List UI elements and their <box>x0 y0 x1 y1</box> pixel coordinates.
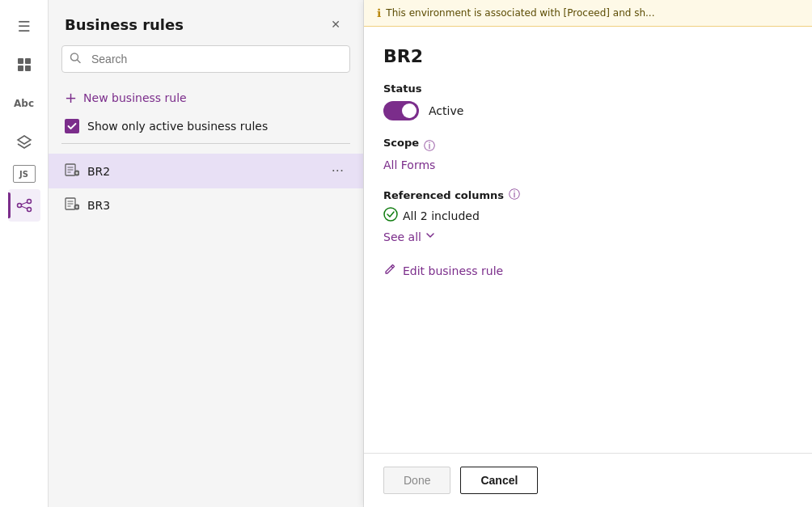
svg-line-7 <box>21 202 27 205</box>
svg-point-6 <box>27 208 31 212</box>
svg-rect-0 <box>18 58 23 64</box>
toggle-knob <box>402 104 417 118</box>
scope-label: Scope <box>383 137 419 149</box>
info-banner: ℹ This environment is associated with [P… <box>364 0 812 27</box>
rule-item-br2[interactable]: BR2 ··· <box>49 154 363 188</box>
search-input[interactable] <box>61 45 350 73</box>
svg-line-10 <box>78 60 81 63</box>
detail-content: BR2 Status Active Scope ⓘ All Forms Refe… <box>364 27 812 453</box>
ref-cols-header: Referenced columns ⓘ <box>383 188 793 202</box>
divider <box>61 143 350 144</box>
status-label: Status <box>383 82 793 95</box>
panel-header: Business rules ✕ <box>49 0 363 45</box>
new-rule-label: New business rule <box>83 91 187 104</box>
dashboard-icon[interactable] <box>8 49 40 81</box>
search-icon <box>70 53 81 66</box>
see-all-button[interactable]: See all <box>383 230 793 243</box>
rules-list: BR2 ··· BR3 <box>49 150 363 226</box>
check-circle-icon <box>383 207 398 225</box>
scope-value: All Forms <box>383 158 793 171</box>
svg-rect-1 <box>25 58 31 64</box>
ref-cols-info-icon[interactable]: ⓘ <box>509 188 520 202</box>
show-active-checkbox[interactable] <box>65 119 79 133</box>
svg-rect-2 <box>18 65 23 71</box>
svg-rect-3 <box>25 65 31 71</box>
detail-footer: Done Cancel <box>364 453 812 507</box>
toggle-row: Active <box>383 101 793 120</box>
hamburger-menu-icon[interactable]: ☰ <box>8 10 40 42</box>
status-value: Active <box>429 104 463 117</box>
rule-name-br2: BR2 <box>87 165 320 178</box>
new-business-rule-button[interactable]: + New business rule <box>49 82 363 112</box>
rule-item-br3[interactable]: BR3 <box>49 188 363 222</box>
info-banner-icon: ℹ <box>377 6 381 19</box>
icon-bar: ☰ Abc JS <box>0 0 49 507</box>
detail-title: BR2 <box>383 46 793 66</box>
text-field-icon[interactable]: Abc <box>8 87 40 120</box>
connections-icon[interactable] <box>8 189 40 222</box>
svg-point-25 <box>384 208 397 221</box>
chevron-down-icon <box>425 230 436 243</box>
info-banner-text: This environment is associated with [Pro… <box>386 7 654 19</box>
detail-panel: ℹ This environment is associated with [P… <box>364 0 812 507</box>
done-button[interactable]: Done <box>383 467 450 494</box>
scope-label-row: Scope ⓘ <box>383 137 793 155</box>
status-toggle[interactable] <box>383 101 419 120</box>
plus-icon: + <box>65 89 77 106</box>
ref-cols-label: Referenced columns <box>383 189 504 201</box>
svg-point-5 <box>27 200 31 204</box>
javascript-icon[interactable]: JS <box>13 165 36 183</box>
svg-point-4 <box>17 204 21 208</box>
svg-line-8 <box>21 206 27 209</box>
cancel-button[interactable]: Cancel <box>460 467 538 494</box>
status-section: Status Active <box>383 82 793 120</box>
edit-rule-label: Edit business rule <box>403 264 503 277</box>
ref-included-row: All 2 included <box>383 207 793 225</box>
layers-icon[interactable] <box>8 126 40 158</box>
show-active-filter-row[interactable]: Show only active business rules <box>49 112 363 143</box>
scope-info-icon[interactable]: ⓘ <box>424 139 435 154</box>
rule-icon-br3 <box>65 196 79 214</box>
show-active-label: Show only active business rules <box>87 120 268 133</box>
edit-icon <box>383 263 396 279</box>
referenced-columns-section: Referenced columns ⓘ All 2 included See … <box>383 188 793 243</box>
see-all-label: See all <box>383 230 421 243</box>
rule-more-br2[interactable]: ··· <box>328 162 347 180</box>
search-container <box>61 45 350 73</box>
svg-line-26 <box>391 266 394 268</box>
rule-icon-br2 <box>65 163 79 180</box>
scope-section: Scope ⓘ All Forms <box>383 137 793 171</box>
edit-business-rule-button[interactable]: Edit business rule <box>383 260 793 282</box>
panel-title: Business rules <box>65 16 184 33</box>
rule-name-br3: BR3 <box>87 199 347 212</box>
business-rules-panel: Business rules ✕ + New business rule Sho… <box>49 0 364 507</box>
included-text: All 2 included <box>403 209 480 222</box>
close-button[interactable]: ✕ <box>324 13 347 36</box>
